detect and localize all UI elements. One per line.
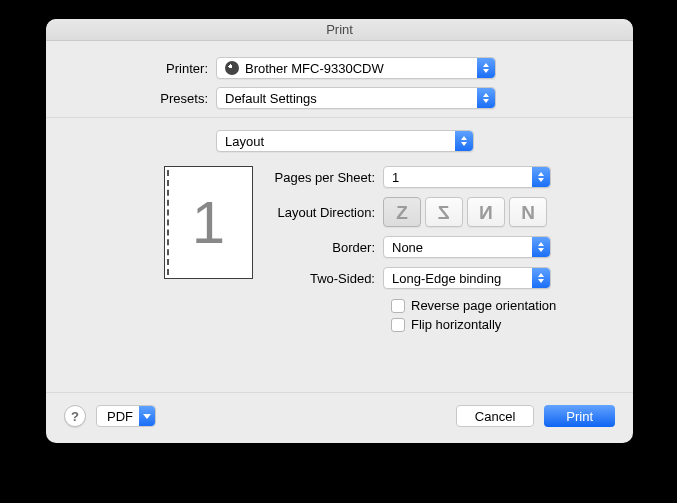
chevron-down-icon [139, 406, 155, 426]
layout-direction-row: Layout Direction: Z Z N N [271, 197, 611, 227]
pages-per-sheet-value: 1 [392, 170, 399, 185]
presets-value: Default Settings [225, 91, 317, 106]
flip-horizontal-label: Flip horizontally [411, 317, 501, 332]
two-sided-select[interactable]: Long-Edge binding [383, 267, 551, 289]
chevron-updown-icon [477, 88, 495, 108]
layout-direction-z[interactable]: Z [383, 197, 421, 227]
two-sided-value: Long-Edge binding [392, 271, 501, 286]
presets-select[interactable]: Default Settings [216, 87, 496, 109]
pdf-menu-button[interactable]: PDF [96, 405, 156, 427]
n-icon: N [521, 203, 535, 222]
border-select[interactable]: None [383, 236, 551, 258]
pages-per-sheet-label: Pages per Sheet: [271, 170, 383, 185]
layout-body: 1 Pages per Sheet: 1 Layout Direction: Z… [68, 166, 611, 336]
layout-direction-group: Z Z N N [383, 197, 547, 227]
layout-direction-z-mirror[interactable]: Z [425, 197, 463, 227]
section-value: Layout [225, 134, 264, 149]
pdf-label: PDF [107, 409, 133, 424]
print-button[interactable]: Print [544, 405, 615, 427]
printer-status-icon [225, 61, 239, 75]
section-row: Layout [68, 130, 611, 152]
pages-per-sheet-select[interactable]: 1 [383, 166, 551, 188]
reverse-orientation-row: Reverse page orientation [391, 298, 611, 313]
z-mirror-icon: Z [438, 203, 450, 222]
section-select[interactable]: Layout [216, 130, 474, 152]
z-icon: Z [396, 203, 408, 222]
n-mirror-icon: N [479, 203, 493, 222]
chevron-updown-icon [532, 268, 550, 288]
border-value: None [392, 240, 423, 255]
chevron-updown-icon [532, 167, 550, 187]
flip-horizontal-row: Flip horizontally [391, 317, 611, 332]
presets-label: Presets: [68, 91, 216, 106]
preview-page-number: 1 [192, 188, 225, 257]
two-sided-row: Two-Sided: Long-Edge binding [271, 267, 611, 289]
print-dialog: Print Printer: Brother MFC-9330CDW Prese… [46, 19, 633, 443]
flip-horizontal-checkbox[interactable] [391, 318, 405, 332]
layout-options: Pages per Sheet: 1 Layout Direction: Z Z… [271, 166, 611, 336]
layout-direction-n-mirror[interactable]: N [467, 197, 505, 227]
printer-value: Brother MFC-9330CDW [245, 61, 384, 76]
two-sided-label: Two-Sided: [271, 271, 383, 286]
divider [46, 117, 633, 118]
help-button[interactable]: ? [64, 405, 86, 427]
chevron-updown-icon [455, 131, 473, 151]
window-title: Print [46, 19, 633, 41]
layout-direction-label: Layout Direction: [271, 205, 383, 220]
layout-direction-n[interactable]: N [509, 197, 547, 227]
dialog-content: Printer: Brother MFC-9330CDW Presets: De… [46, 41, 633, 336]
dialog-footer: ? PDF Cancel Print [46, 392, 633, 443]
cancel-button[interactable]: Cancel [456, 405, 534, 427]
printer-select[interactable]: Brother MFC-9330CDW [216, 57, 496, 79]
chevron-updown-icon [532, 237, 550, 257]
chevron-updown-icon [477, 58, 495, 78]
printer-row: Printer: Brother MFC-9330CDW [68, 57, 611, 79]
presets-row: Presets: Default Settings [68, 87, 611, 109]
reverse-orientation-checkbox[interactable] [391, 299, 405, 313]
pages-per-sheet-row: Pages per Sheet: 1 [271, 166, 611, 188]
border-row: Border: None [271, 236, 611, 258]
border-label: Border: [271, 240, 383, 255]
page-preview: 1 [164, 166, 253, 279]
printer-label: Printer: [68, 61, 216, 76]
reverse-orientation-label: Reverse page orientation [411, 298, 556, 313]
